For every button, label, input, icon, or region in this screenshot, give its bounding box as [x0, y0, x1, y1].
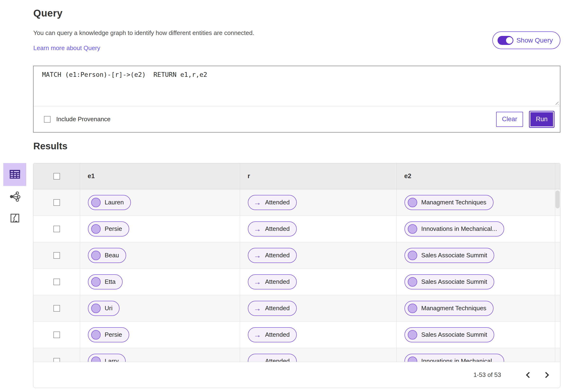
- map-route-icon: [9, 212, 21, 224]
- entity-node-icon: [91, 251, 101, 260]
- entity-pill-e1[interactable]: Persie: [88, 327, 129, 342]
- r-pill-label: Attended: [265, 199, 290, 206]
- include-provenance-checkbox[interactable]: [44, 116, 51, 123]
- entity-pill-e1[interactable]: Uri: [88, 301, 120, 316]
- results-title: Results: [33, 141, 68, 152]
- e2-pill-label: Innovations in Mechanical...: [421, 225, 497, 233]
- r-cell: → Attended: [240, 269, 396, 295]
- row-checkbox[interactable]: [53, 279, 60, 285]
- relationship-pill[interactable]: → Attended: [248, 221, 297, 237]
- e2-cell: Innovations in Mechanical...: [396, 216, 555, 242]
- pagination-prev-button[interactable]: [521, 368, 535, 382]
- relationship-arrow-icon: →: [253, 305, 261, 312]
- e1-pill-label: Persie: [105, 331, 122, 338]
- row-checkbox[interactable]: [53, 252, 60, 259]
- row-checkbox[interactable]: [53, 226, 60, 232]
- relationship-pill[interactable]: → Attended: [248, 195, 297, 210]
- entity-pill-e1[interactable]: Lauren: [88, 195, 131, 210]
- e2-cell: Managment Techniques: [396, 189, 555, 215]
- entity-pill-e1[interactable]: Larry: [88, 354, 126, 363]
- e2-pill-label: Sales Associate Summit: [421, 331, 487, 338]
- view-rail-item-map[interactable]: [3, 211, 26, 225]
- network-graph-icon: [9, 190, 21, 203]
- entity-node-icon: [408, 304, 417, 313]
- row-checkbox[interactable]: [53, 199, 60, 206]
- entity-pill-e2[interactable]: Managment Techniques: [404, 195, 494, 210]
- r-pill-label: Attended: [265, 278, 290, 285]
- query-text[interactable]: MATCH (e1:Person)-[r]->(e2) RETURN e1,r,…: [42, 71, 207, 78]
- entity-pill-e1[interactable]: Beau: [88, 248, 126, 263]
- row-select-cell: [33, 348, 80, 363]
- entity-node-icon: [408, 330, 417, 339]
- entity-pill-e2[interactable]: Managment Techniques: [404, 301, 494, 316]
- relationship-arrow-icon: →: [253, 331, 261, 339]
- view-rail-item-table[interactable]: [3, 163, 26, 186]
- show-query-toggle[interactable]: Show Query: [492, 31, 560, 49]
- select-all-cell: [33, 163, 80, 189]
- pagination-range-label: 1-53 of 53: [473, 371, 501, 378]
- view-rail-item-graph[interactable]: [3, 190, 26, 204]
- r-cell: → Attended: [240, 322, 396, 348]
- relationship-pill[interactable]: → Attended: [248, 248, 297, 263]
- e1-cell: Larry: [80, 348, 240, 363]
- entity-pill-e2[interactable]: Innovations in Mechanical...: [404, 354, 504, 363]
- page-description: You can query a knowledge graph to ident…: [33, 29, 254, 37]
- table-row: Larry → Attended Innovations in Mechanic…: [33, 348, 560, 363]
- entity-node-icon: [91, 330, 101, 339]
- e2-cell: Sales Associate Summit: [396, 242, 555, 268]
- row-select-cell: [33, 269, 80, 295]
- row-checkbox[interactable]: [53, 332, 60, 338]
- page-title: Query: [33, 8, 63, 19]
- show-query-label: Show Query: [516, 37, 553, 44]
- e1-cell: Beau: [80, 242, 240, 268]
- vertical-scrollbar-thumb[interactable]: [555, 190, 560, 209]
- clear-button[interactable]: Clear: [496, 112, 523, 127]
- scrollbar-gutter-cell: [555, 216, 560, 242]
- entity-pill-e1[interactable]: Etta: [88, 274, 123, 289]
- table-row: Etta → Attended Sales Associate Summit: [33, 269, 560, 295]
- e2-pill-label: Managment Techniques: [421, 199, 486, 206]
- row-select-cell: [33, 242, 80, 268]
- table-row: Persie → Attended Innovations in Mechani…: [33, 216, 560, 242]
- chevron-left-icon: [525, 371, 531, 378]
- row-select-cell: [33, 216, 80, 242]
- pagination-next-button[interactable]: [540, 368, 553, 382]
- entity-node-icon: [91, 198, 101, 207]
- entity-pill-e2[interactable]: Sales Associate Summit: [404, 274, 494, 289]
- learn-more-link[interactable]: Learn more about Query: [33, 44, 100, 52]
- relationship-arrow-icon: →: [253, 252, 261, 259]
- e2-cell: Sales Associate Summit: [396, 269, 555, 295]
- entity-pill-e2[interactable]: Innovations in Mechanical...: [404, 221, 504, 237]
- r-cell: → Attended: [240, 348, 396, 363]
- query-input[interactable]: MATCH (e1:Person)-[r]->(e2) RETURN e1,r,…: [34, 66, 560, 106]
- e1-cell: Persie: [80, 322, 240, 348]
- r-pill-label: Attended: [265, 331, 290, 338]
- e2-pill-label: Sales Associate Summit: [421, 278, 487, 285]
- relationship-pill[interactable]: → Attended: [248, 327, 297, 342]
- resize-handle-icon[interactable]: [554, 100, 558, 105]
- entity-pill-e1[interactable]: Persie: [88, 221, 129, 237]
- toggle-switch-icon[interactable]: [498, 36, 513, 45]
- e2-cell: Sales Associate Summit: [396, 322, 555, 348]
- row-select-cell: [33, 322, 80, 348]
- e1-cell: Lauren: [80, 189, 240, 215]
- include-provenance-label: Include Provenance: [56, 115, 111, 123]
- relationship-pill[interactable]: → Attended: [248, 354, 297, 363]
- entity-node-icon: [408, 251, 417, 260]
- run-button[interactable]: Run: [530, 112, 554, 127]
- e2-cell: Innovations in Mechanical...: [396, 348, 555, 363]
- row-checkbox[interactable]: [53, 305, 60, 312]
- r-cell: → Attended: [240, 189, 396, 215]
- relationship-arrow-icon: →: [253, 225, 261, 233]
- entity-pill-e2[interactable]: Sales Associate Summit: [404, 327, 494, 342]
- e1-cell: Uri: [80, 295, 240, 321]
- column-header-e2: e2: [396, 163, 555, 189]
- relationship-pill[interactable]: → Attended: [248, 301, 297, 316]
- e1-pill-label: Lauren: [105, 199, 124, 206]
- entity-node-icon: [91, 224, 101, 234]
- select-all-checkbox[interactable]: [53, 173, 60, 180]
- toggle-knob[interactable]: [505, 36, 513, 44]
- entity-node-icon: [91, 304, 101, 313]
- entity-pill-e2[interactable]: Sales Associate Summit: [404, 248, 494, 263]
- relationship-pill[interactable]: → Attended: [248, 274, 297, 289]
